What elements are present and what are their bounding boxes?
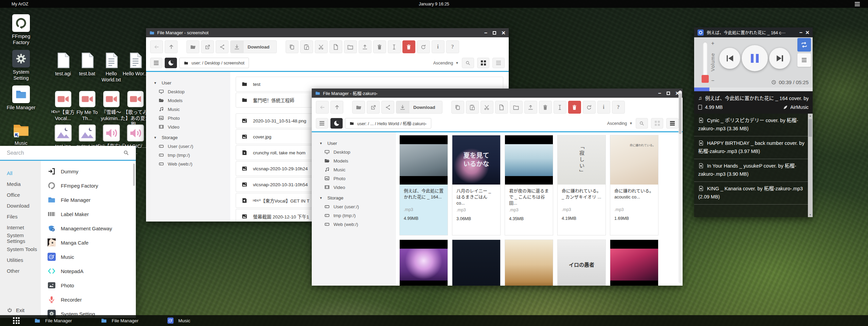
new-file-button[interactable] (329, 40, 342, 53)
sidebar-item[interactable]: Video (152, 122, 230, 131)
share-button[interactable] (216, 40, 229, 53)
open-button[interactable] (186, 40, 199, 53)
open-button[interactable] (352, 101, 365, 114)
breadcrumb[interactable]: user: / Desktop / screenshot (179, 58, 249, 68)
sidebar-item[interactable]: tmp (tmp:/) (318, 211, 396, 220)
maximize-button[interactable] (493, 31, 496, 35)
startmenu-app-item[interactable]: Photo (41, 278, 136, 292)
file-card[interactable]: 君が夜の海に還るまで _ こんにちは谷田... .mp3 4.35MB (505, 135, 553, 235)
search-button[interactable] (636, 118, 648, 129)
new-folder-button[interactable] (344, 40, 357, 53)
help-button[interactable]: ? (612, 101, 625, 114)
playlist-item[interactable]: HAPPY BIRTHDAY _ back number cover. by柘榴… (694, 136, 808, 159)
airmusic-badge[interactable]: AirMusic (783, 104, 809, 110)
help-button[interactable]: ? (446, 40, 459, 53)
startmenu-category[interactable]: System Tools (0, 244, 41, 254)
file-card[interactable]: 例えば、今此処に置かれた花に _ 164... .mp3 4.99MB (399, 135, 448, 235)
startmenu-app-item[interactable]: Manga Cafe (41, 235, 136, 250)
breadcrumb[interactable]: user: / ... / Hello World / 柘榴-zakuro- (345, 118, 431, 129)
open-in-new-button[interactable] (201, 40, 214, 53)
hamburger-menu-icon[interactable] (855, 2, 860, 6)
grid-view-button[interactable] (651, 118, 663, 129)
dark-mode-button[interactable] (165, 58, 177, 68)
scrollbar[interactable] (679, 132, 682, 283)
startmenu-category[interactable]: Utilities (0, 254, 41, 265)
sidebar-item[interactable]: Music (318, 165, 396, 174)
list-view-button[interactable] (492, 58, 505, 68)
menu-toggle-button[interactable] (150, 58, 162, 68)
exit-button[interactable]: Exit (7, 307, 24, 313)
file-card[interactable]: 命に嫌われている。 命に嫌われている。acoustic co... .mp3 1… (610, 135, 658, 235)
back-button[interactable] (316, 101, 329, 114)
desktop-icon[interactable]: System Setting (4, 50, 38, 85)
list-view-button[interactable] (666, 118, 679, 129)
dark-mode-button[interactable] (330, 118, 343, 129)
back-button[interactable] (150, 40, 163, 53)
upload-button[interactable] (359, 40, 372, 53)
sidebar-item[interactable]: Models (152, 96, 230, 105)
app-launcher-icon[interactable] (13, 317, 20, 324)
close-button[interactable]: × (502, 29, 505, 37)
playlist-item[interactable]: In Your Hands _ yusukeP cover. by 柘榴-zak… (694, 159, 808, 182)
sidebar-item[interactable]: Desktop (152, 87, 230, 96)
startmenu-category[interactable]: System Settings (0, 233, 41, 244)
startmenu-app-item[interactable]: e Management Gateway (41, 221, 136, 235)
startmenu-app-item[interactable]: FFmpeg Factory (41, 178, 136, 193)
sidebar-item[interactable]: User (user:/) (152, 142, 230, 151)
repeat-button[interactable] (797, 38, 811, 52)
sidebar-item[interactable]: ▾ Storage (152, 133, 230, 142)
close-button[interactable]: × (806, 29, 809, 36)
sidebar-item[interactable]: Web (web:/) (152, 159, 230, 168)
window-titlebar[interactable]: File Manager - 柘榴-zakuro- – × (312, 89, 683, 98)
desktop-icon[interactable]: File Manager (4, 85, 38, 121)
startmenu-app-item[interactable]: Label Maker (41, 207, 136, 221)
refresh-button[interactable] (417, 40, 430, 53)
download-button[interactable]: Download (396, 101, 442, 114)
next-track-button[interactable] (769, 48, 790, 69)
startmenu-app-item[interactable]: Recorder (41, 292, 136, 307)
sidebar-item[interactable]: Music (152, 105, 230, 114)
upload-button[interactable] (524, 101, 537, 114)
scrollbar-thumb[interactable] (133, 164, 135, 186)
maximize-button[interactable] (667, 92, 670, 95)
sidebar-item[interactable]: Models (318, 156, 396, 165)
startmenu-app-item[interactable]: NotepadA (41, 264, 136, 278)
delete-button[interactable] (402, 40, 415, 53)
desktop-icon[interactable]: FFmpeg Factory (4, 14, 38, 50)
taskbar-item[interactable]: Music (167, 318, 234, 324)
share-button[interactable] (381, 101, 394, 114)
cut-button[interactable] (481, 101, 493, 114)
sidebar-item[interactable]: tmp (tmp:/) (152, 151, 230, 159)
sidebar-item[interactable]: Desktop (318, 148, 396, 156)
startmenu-category[interactable]: Media (0, 178, 41, 189)
copy-button[interactable] (451, 101, 464, 114)
file-card[interactable]: 夏を見て いるかな 八月のレイニー _ はるまきごはん co... .mp3 3… (452, 135, 501, 235)
minimize-button[interactable]: – (799, 30, 802, 36)
file-card[interactable]: 幽霊東京 _ Ayase (610, 239, 658, 286)
open-in-new-button[interactable] (367, 101, 380, 114)
sidebar-item[interactable]: Photo (152, 114, 230, 122)
new-file-button[interactable] (495, 101, 508, 114)
sidebar-item[interactable]: ▾ User (318, 139, 396, 148)
progress-bar[interactable] (694, 88, 813, 91)
playlist-toggle-button[interactable] (797, 53, 811, 67)
rename-button[interactable] (554, 101, 566, 114)
sort-dropdown[interactable]: Ascending▼ (433, 61, 459, 65)
file-card[interactable]: 夢と葉桜 _ 青木月 (505, 239, 553, 286)
startmenu-app-item[interactable]: Dummy (41, 164, 136, 178)
startmenu-category[interactable]: Other (0, 265, 41, 276)
pause-button[interactable] (742, 45, 768, 71)
search-button[interactable] (462, 58, 474, 68)
sort-dropdown[interactable]: Ascending▼ (607, 121, 633, 126)
file-card[interactable]: 「寂しい」 命に嫌われている。 _ カンザキイオリ ... .mp3 4.19M… (557, 135, 606, 235)
refresh-button[interactable] (583, 101, 596, 114)
volume-slider-thumb[interactable] (702, 75, 709, 83)
startmenu-category[interactable]: Download (0, 200, 41, 211)
playlist-item[interactable]: Cynic _ ポリスピカデリー cover. by 柘榴-zakuro-.mp… (694, 114, 808, 136)
paste-button[interactable] (466, 101, 479, 114)
info-button[interactable]: i (432, 40, 445, 53)
new-folder-button[interactable] (510, 101, 523, 114)
window-titlebar[interactable]: File Manager - screenshot – × (146, 28, 509, 37)
rename-button[interactable] (388, 40, 401, 53)
file-card[interactable]: 四季折々に揺蕩い (399, 239, 448, 286)
